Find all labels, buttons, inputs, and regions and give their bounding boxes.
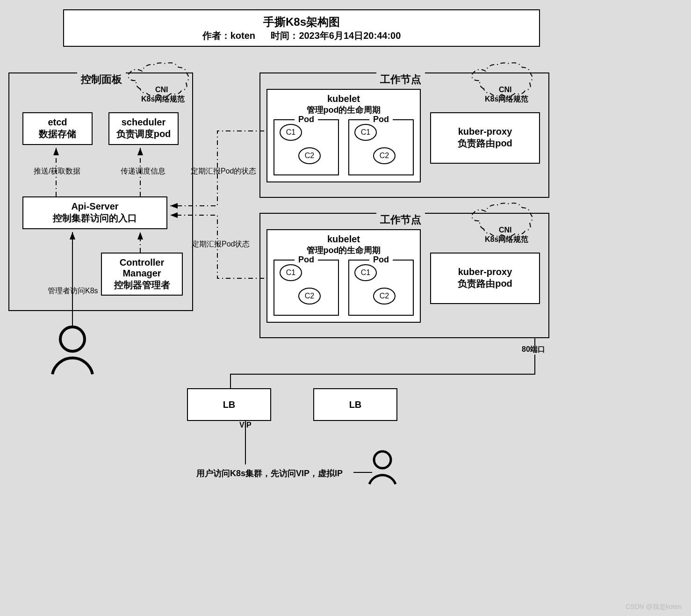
control-panel-title: 控制面板 — [77, 72, 126, 87]
kubelet1-l1: kubelet — [327, 94, 360, 104]
pod-1b-title: Pod — [369, 115, 393, 124]
etcd-l1: etcd — [48, 117, 67, 128]
ctrl-l1: Controller — [120, 257, 165, 268]
vip-label: VIP — [238, 421, 253, 429]
etcd-l2: 数据存储 — [39, 128, 76, 140]
kubelet2-l1: kubelet — [327, 234, 360, 245]
pod-1a-c1: C1 — [280, 124, 302, 141]
cni-w1-l2: K8s网络规范 — [485, 94, 528, 104]
cni-w2-l2: K8s网络规范 — [485, 235, 528, 245]
lb-box-1: LB — [187, 388, 271, 421]
ctrl-l2: Manager — [122, 268, 161, 279]
worker1-title: 工作节点 — [376, 72, 425, 87]
pod-1b-c1: C1 — [354, 124, 377, 141]
kubelet1-l2: 管理pod的生命周期 — [307, 104, 381, 116]
api-l2: 控制集群访问的入口 — [53, 212, 137, 225]
controller-box: Controller Manager 控制器管理者 — [101, 253, 183, 296]
scheduler-l1: scheduler — [122, 117, 166, 128]
scheduler-arrow-label: 传递调度信息 — [121, 167, 166, 176]
lb-box-2: LB — [313, 388, 397, 421]
pod-1a-c2: C2 — [298, 147, 321, 164]
kp1-l1: kuber-proxy — [458, 126, 512, 137]
scheduler-l2: 负责调度pod — [116, 128, 171, 140]
port80-label: 80端口 — [520, 345, 547, 355]
ctrl-l3: 控制器管理者 — [114, 279, 170, 291]
etcd-box: etcd 数据存储 — [22, 112, 93, 145]
report1-label: 定期汇报Pod的状态 — [191, 167, 256, 176]
time-value: 2023年6月14日20:44:00 — [299, 30, 401, 41]
watermark: CSDN @我是koten — [626, 603, 682, 611]
lb1-label: LB — [223, 399, 236, 410]
cni-w2-l1: CNI — [499, 226, 512, 234]
etcd-arrow-label: 推送/获取数据 — [34, 167, 80, 176]
kubelet2-l2: 管理pod的生命周期 — [307, 245, 381, 256]
api-server-box: Api-Server 控制集群访问的入口 — [22, 196, 167, 229]
header-meta: 作者：koten 时间：2023年6月14日20:44:00 — [202, 29, 401, 42]
cni-control-l2: K8s网络规范 — [141, 94, 185, 104]
kp1-l2: 负责路由pod — [458, 137, 512, 150]
scheduler-box: scheduler 负责调度pod — [108, 112, 179, 145]
lb2-label: LB — [349, 399, 362, 410]
author-label: 作者： — [202, 30, 230, 41]
kubeproxy-box-1: kuber-proxy 负责路由pod — [430, 112, 540, 164]
cni-w1-l1: CNI — [499, 86, 512, 94]
worker2-title: 工作节点 — [376, 213, 425, 227]
pod-2b-c2: C2 — [373, 288, 396, 304]
svg-point-0 — [60, 327, 85, 351]
header-box: 手撕K8s架构图 作者：koten 时间：2023年6月14日20:44:00 — [63, 9, 540, 47]
admin-arrow-label: 管理者访问K8s — [48, 286, 98, 296]
pod-1b-c2: C2 — [373, 147, 396, 164]
api-l1: Api-Server — [71, 201, 118, 212]
pod-2a-title: Pod — [295, 255, 318, 265]
pod-2b-title: Pod — [369, 255, 393, 265]
author-value: koten — [230, 30, 255, 41]
pod-2a-c2: C2 — [298, 288, 321, 304]
pod-2b-c1: C1 — [354, 264, 377, 281]
kp2-l1: kuber-proxy — [458, 267, 512, 277]
user-access-label: 用户访问K8s集群，先访问VIP，虚拟IP — [196, 468, 343, 479]
time-label: 时间： — [271, 30, 299, 41]
header-title: 手撕K8s架构图 — [263, 14, 340, 29]
cni-control-l1: CNI — [155, 86, 168, 94]
report2-label: 定期汇报Pod状态 — [192, 239, 250, 249]
kp2-l2: 负责路由pod — [458, 277, 512, 290]
kubeproxy-box-2: kuber-proxy 负责路由pod — [430, 253, 540, 304]
pod-1a-title: Pod — [295, 115, 318, 124]
svg-point-1 — [374, 451, 391, 468]
pod-2a-c1: C1 — [280, 264, 302, 281]
